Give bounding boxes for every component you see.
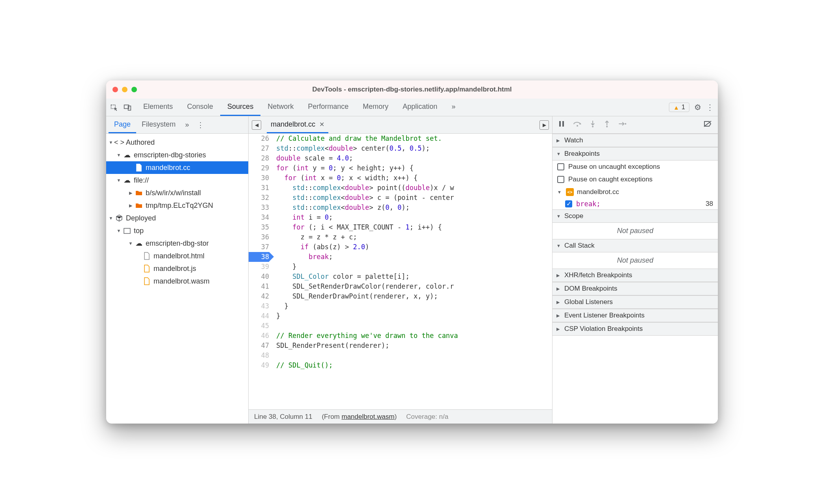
tree-top[interactable]: ▼top [106, 224, 248, 237]
tab-sources[interactable]: Sources [220, 99, 260, 116]
code-area[interactable]: // Calculate and draw the Mandelbrot set… [273, 134, 552, 409]
file-icon [142, 277, 151, 286]
traffic-lights [112, 87, 137, 92]
breakpoint-file[interactable]: ▼<>mandelbrot.cc [552, 186, 718, 198]
xhr-breakpoints-section[interactable]: ▶XHR/fetch Breakpoints [552, 269, 718, 282]
callstack-not-paused: Not paused [552, 252, 718, 269]
tree-file-mandelbrot-cc[interactable]: mandelbrot.cc [106, 161, 248, 174]
svg-rect-3 [124, 228, 130, 233]
main-toolbar: Elements Console Sources Network Perform… [106, 99, 718, 116]
breakpoints-section[interactable]: ▼Breakpoints [552, 147, 718, 161]
editor-tabstrip: ◀ mandelbrot.cc ✕ ▶ [249, 116, 552, 134]
cloud-icon: ☁ [135, 239, 143, 248]
warning-icon: ▲ [673, 104, 679, 111]
folder-icon [135, 189, 143, 197]
tab-memory[interactable]: Memory [356, 99, 395, 116]
step-into-icon[interactable] [590, 120, 596, 130]
navigator-sidebar: Page Filesystem » ⋮ ▼< >Authored ▼☁emscr… [106, 116, 249, 424]
cloud-icon: ☁ [123, 176, 131, 185]
svg-point-6 [577, 125, 578, 127]
source-from: (From mandelbrot.wasm) [322, 413, 397, 421]
editor-pane: ◀ mandelbrot.cc ✕ ▶ 26272829303132333435… [249, 116, 552, 424]
checkbox-icon [557, 176, 564, 183]
step-out-icon[interactable] [604, 120, 610, 130]
titlebar: DevTools - emscripten-dbg-stories.netlif… [106, 80, 718, 99]
file-icon [142, 264, 151, 273]
script-icon: <> [566, 188, 574, 196]
navigator-more-tabs-icon[interactable]: » [181, 116, 193, 133]
code-editor[interactable]: 2627282930313233343536373839404142434445… [249, 134, 552, 409]
breakpoint-item[interactable]: break; 38 [552, 198, 718, 209]
scope-section[interactable]: ▼Scope [552, 209, 718, 223]
cursor-position: Line 38, Column 11 [254, 413, 312, 421]
tab-console[interactable]: Console [180, 99, 220, 116]
tree-folder-bsw[interactable]: ▶b/s/w/ir/x/w/install [106, 187, 248, 199]
code-icon: < > [115, 138, 124, 147]
navigator-menu-icon[interactable]: ⋮ [193, 116, 208, 133]
checkbox-icon [557, 163, 564, 170]
panel-tabs: Elements Console Sources Network Perform… [136, 99, 666, 116]
editor-tab-mandelbrot[interactable]: mandelbrot.cc ✕ [267, 116, 328, 133]
close-window-button[interactable] [112, 87, 118, 92]
tree-authored[interactable]: ▼< >Authored [106, 136, 248, 149]
svg-point-7 [592, 126, 594, 127]
tab-network[interactable]: Network [260, 99, 301, 116]
source-from-link[interactable]: mandelbrot.wasm [341, 413, 394, 420]
deactivate-breakpoints-icon[interactable] [704, 120, 712, 129]
tree-file-js[interactable]: mandelbrot.js [106, 262, 248, 275]
tab-application[interactable]: Application [395, 99, 444, 116]
tree-file-protocol[interactable]: ▼☁file:// [106, 174, 248, 187]
close-tab-icon[interactable]: ✕ [319, 121, 324, 128]
window-title: DevTools - emscripten-dbg-stories.netlif… [106, 86, 718, 93]
tree-file-wasm[interactable]: mandelbrot.wasm [106, 275, 248, 287]
file-tree: ▼< >Authored ▼☁emscripten-dbg-stories ma… [106, 134, 248, 424]
tree-deployed[interactable]: ▼Deployed [106, 212, 248, 224]
coverage-status: Coverage: n/a [406, 413, 448, 421]
line-gutter[interactable]: 2627282930313233343536373839404142434445… [249, 134, 273, 409]
more-tabs-icon[interactable]: » [444, 99, 463, 116]
step-over-icon[interactable] [573, 120, 582, 129]
global-listeners-section[interactable]: ▶Global Listeners [552, 295, 718, 309]
editor-status-bar: Line 38, Column 11 (From mandelbrot.wasm… [249, 409, 552, 424]
minimize-window-button[interactable] [122, 87, 127, 92]
event-breakpoints-section[interactable]: ▶Event Listener Breakpoints [552, 309, 718, 322]
tree-origin-1[interactable]: ▼☁emscripten-dbg-stories [106, 149, 248, 161]
csp-breakpoints-section[interactable]: ▶CSP Violation Breakpoints [552, 322, 718, 336]
tree-origin-2[interactable]: ▼☁emscripten-dbg-stor [106, 237, 248, 250]
tab-elements[interactable]: Elements [136, 99, 180, 116]
folder-icon [135, 201, 143, 210]
inspect-element-icon[interactable] [110, 103, 118, 111]
zoom-window-button[interactable] [131, 87, 137, 92]
checkbox-icon[interactable] [565, 200, 572, 207]
pause-caught-checkbox[interactable]: Pause on caught exceptions [552, 173, 718, 186]
tree-folder-tmp[interactable]: ▶tmp/tmp.ELcTq2YGN [106, 199, 248, 212]
svg-rect-4 [559, 121, 561, 127]
cube-icon [115, 214, 124, 222]
svg-point-8 [606, 126, 608, 127]
watch-section[interactable]: ▶Watch [552, 134, 718, 147]
warnings-badge[interactable]: ▲ 1 [669, 103, 689, 112]
file-icon [135, 163, 143, 172]
devtools-window: DevTools - emscripten-dbg-stories.netlif… [106, 80, 718, 424]
pause-icon[interactable] [558, 120, 565, 129]
svg-point-9 [625, 123, 626, 125]
step-icon[interactable] [618, 121, 627, 129]
settings-icon[interactable]: ⚙ [694, 103, 701, 112]
editor-tab-label: mandelbrot.cc [271, 120, 315, 129]
tab-performance[interactable]: Performance [301, 99, 356, 116]
warnings-count: 1 [682, 104, 685, 111]
debugger-pane: ▶Watch ▼Breakpoints Pause on uncaught ex… [552, 116, 718, 424]
device-toolbar-icon[interactable] [124, 103, 131, 111]
navigator-tab-filesystem[interactable]: Filesystem [136, 116, 181, 133]
hide-navigator-icon[interactable]: ◀ [252, 120, 261, 130]
navigator-tabs: Page Filesystem » ⋮ [106, 116, 248, 134]
pause-uncaught-checkbox[interactable]: Pause on uncaught exceptions [552, 161, 718, 173]
navigator-tab-page[interactable]: Page [109, 116, 136, 133]
tree-file-html[interactable]: mandelbrot.html [106, 250, 248, 262]
more-menu-icon[interactable]: ⋮ [706, 103, 714, 112]
cloud-icon: ☁ [123, 151, 131, 159]
callstack-section[interactable]: ▼Call Stack [552, 239, 718, 252]
dom-breakpoints-section[interactable]: ▶DOM Breakpoints [552, 282, 718, 295]
hide-debugger-icon[interactable]: ▶ [539, 120, 549, 130]
file-icon [142, 252, 151, 260]
